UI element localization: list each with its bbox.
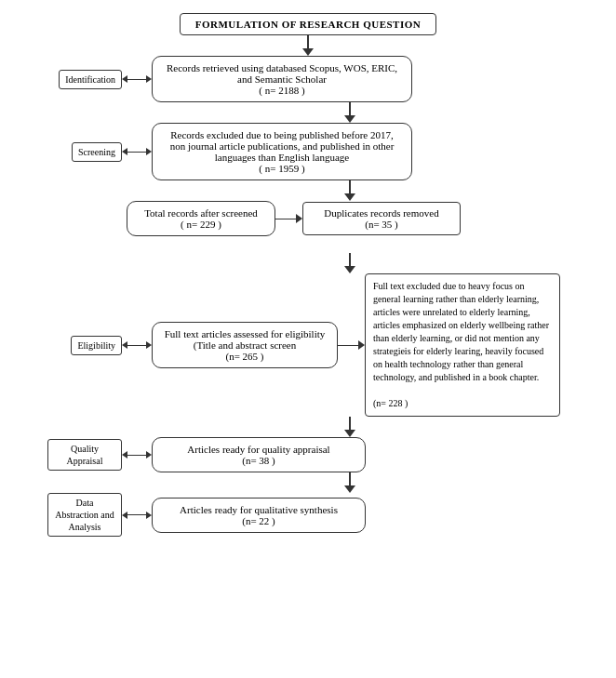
eligibility-label: Eligibility [71, 336, 122, 355]
arrow-line-3 [127, 345, 146, 346]
screening-label: Screening [72, 142, 122, 162]
arrow-6 [344, 472, 355, 493]
double-arrow-data [122, 512, 152, 519]
screening-connector [122, 148, 152, 155]
screening-count: ( n= 1959 ) [259, 163, 304, 174]
h-head-dup [296, 214, 302, 223]
v-line-2 [349, 102, 351, 115]
data-abstraction-box: Articles ready for qualitative synthesis… [152, 498, 366, 533]
arrow-line-4 [127, 455, 146, 456]
data-abstraction-connector [122, 512, 152, 519]
v-line-4 [349, 253, 351, 266]
eligibility-row: Eligibility Full text articles assessed … [43, 273, 560, 417]
duplicates-box: Duplicates records removed (n= 35 ) [302, 202, 461, 235]
data-abstraction-count: (n= 22 ) [242, 515, 275, 526]
identification-count: ( n= 2188 ) [259, 85, 304, 96]
h-arrow-exclusion [338, 340, 365, 350]
v-line-3 [349, 180, 351, 193]
eligibility-box: Full text articles assessed for eligibil… [152, 322, 338, 368]
quality-row: Quality Appraisal Articles ready for qua… [43, 437, 573, 472]
v-line-1 [307, 35, 309, 48]
screened-total-box: Total records after screened ( n= 229 ) [127, 201, 275, 236]
arrow-2 [344, 102, 355, 123]
arrow-line [127, 79, 146, 80]
quality-text: Articles ready for quality appraisal [187, 444, 329, 455]
identification-label-wrap: Identification [43, 70, 122, 89]
eligibility-text: Full text articles assessed for eligibil… [165, 328, 326, 351]
h-arrow-duplicates [275, 214, 302, 223]
arrow-3 [344, 180, 355, 201]
title-arrow [302, 35, 314, 56]
exclusion-count: (n= 228 ) [373, 398, 408, 408]
h-head-excl [358, 340, 365, 350]
double-arrow-identification [122, 75, 152, 83]
quality-label: Quality Appraisal [47, 439, 122, 471]
screening-box: Records excluded due to being published … [152, 123, 412, 180]
data-abstraction-label-wrap: Data Abstraction and Analysis [43, 493, 122, 537]
duplicates-text: Duplicates records removed [324, 207, 438, 219]
split-row-1: Total records after screened ( n= 229 ) … [127, 201, 573, 236]
identification-row: Identification Records retrieved using d… [43, 56, 573, 102]
screening-row: Screening Records excluded due to being … [43, 123, 573, 180]
arrowhead-6 [344, 485, 355, 493]
arrow-line-2 [127, 152, 146, 153]
quality-label-wrap: Quality Appraisal [43, 439, 122, 471]
arrowhead-4 [344, 266, 355, 273]
v-line-6 [349, 472, 351, 485]
flowchart: FORMULATION OF RESEARCH QUESTION Identif… [0, 0, 616, 555]
arrowhead-1 [302, 48, 314, 56]
identification-box: Records retrieved using databased Scopus… [152, 56, 412, 102]
double-arrow-quality [122, 451, 152, 459]
identification-connector [122, 75, 152, 83]
data-abstraction-row: Data Abstraction and Analysis Articles r… [43, 493, 573, 537]
eligibility-left: Eligibility Full text articles assessed … [43, 273, 560, 417]
title-box: FORMULATION OF RESEARCH QUESTION [180, 13, 436, 35]
arrow-line-5 [127, 514, 146, 515]
screened-total-text: Total records after screened [144, 207, 258, 219]
eligibility-connector [122, 341, 152, 349]
screened-total-count: ( n= 229 ) [181, 219, 221, 230]
quality-connector [122, 451, 152, 459]
quality-count: (n= 38 ) [242, 455, 275, 466]
quality-box: Articles ready for quality appraisal (n=… [152, 437, 366, 472]
title-text: FORMULATION OF RESEARCH QUESTION [195, 19, 421, 30]
arrow-5 [344, 417, 355, 437]
eligibility-count: (n= 265 ) [225, 351, 263, 362]
h-line-excl [338, 345, 358, 346]
v-line-5 [349, 417, 351, 430]
arrowhead-2 [344, 115, 355, 123]
screening-text: Records excluded due to being published … [170, 129, 395, 163]
data-abstraction-label: Data Abstraction and Analysis [47, 493, 122, 537]
screening-label-wrap: Screening [43, 142, 122, 162]
duplicates-count: (n= 35 ) [365, 219, 398, 230]
eligibility-section: Eligibility Full text articles assessed … [43, 273, 573, 417]
exclusion-text: Full text excluded due to heavy focus on… [373, 281, 549, 382]
arrowhead-5 [344, 430, 355, 437]
exclusion-box: Full text excluded due to heavy focus on… [365, 273, 560, 417]
data-abstraction-text: Articles ready for qualitative synthesis [180, 504, 338, 515]
double-arrow-eligibility [122, 341, 152, 349]
arrow-4 [344, 253, 355, 273]
arrowhead-3 [344, 193, 355, 201]
double-arrow-screening [122, 148, 152, 155]
h-line-dup [275, 219, 296, 219]
eligibility-label-wrap: Eligibility [43, 336, 122, 355]
identification-text: Records retrieved using databased Scopus… [167, 62, 397, 85]
identification-label: Identification [59, 70, 122, 89]
